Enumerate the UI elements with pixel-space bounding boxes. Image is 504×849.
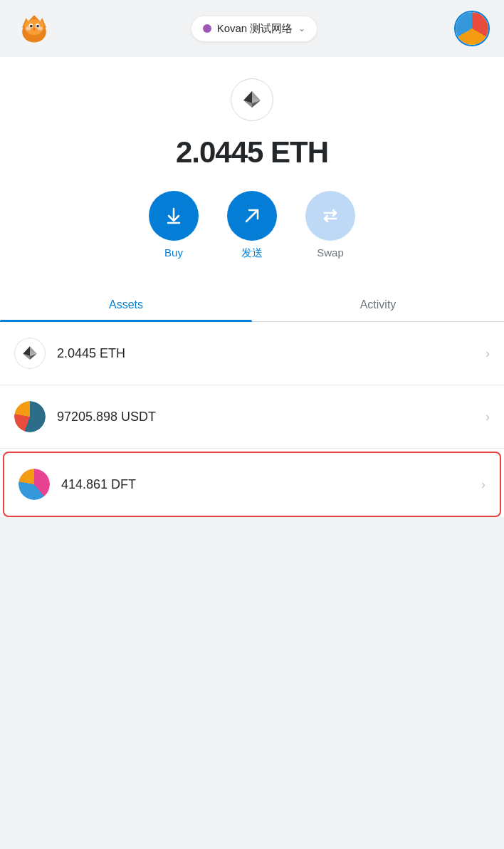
balance-amount: 2.0445 ETH — [176, 135, 328, 169]
header: Kovan 测试网络 ⌄ — [0, 0, 504, 57]
usdt-asset-icon — [14, 401, 46, 432]
eth-chevron-icon: › — [485, 346, 490, 361]
dft-icon-graphic — [19, 469, 50, 500]
eth-logo-circle — [231, 78, 273, 121]
swap-action[interactable]: Swap — [305, 191, 355, 260]
asset-item-dft[interactable]: 414.861 DFT › — [3, 452, 501, 517]
svg-point-9 — [30, 25, 33, 28]
chevron-down-icon: ⌄ — [298, 24, 305, 33]
swap-icon — [320, 206, 340, 226]
send-icon — [242, 206, 262, 226]
eth-asset-icon — [14, 338, 46, 369]
svg-point-12 — [26, 26, 31, 31]
usdt-chevron-icon: › — [485, 410, 490, 424]
download-icon — [164, 206, 184, 226]
send-label: 发送 — [241, 246, 263, 260]
swap-label: Swap — [317, 246, 344, 259]
balance-container: 2.0445 ETH — [0, 128, 504, 184]
asset-item-usdt[interactable]: 97205.898 USDT › — [0, 385, 504, 449]
svg-point-13 — [38, 26, 43, 31]
network-dot — [203, 24, 211, 33]
tab-activity[interactable]: Activity — [252, 288, 504, 321]
send-action[interactable]: 发送 — [227, 191, 277, 260]
avatar[interactable] — [454, 11, 490, 46]
asset-list: 2.0445 ETH › 97205.898 USDT › 414.861 DF… — [0, 322, 504, 517]
swap-button[interactable] — [305, 191, 355, 241]
tab-assets[interactable]: Assets — [0, 288, 252, 321]
send-button[interactable] — [227, 191, 277, 241]
network-label: Kovan 测试网络 — [217, 22, 293, 36]
buy-label: Buy — [164, 246, 183, 259]
usdt-icon-graphic — [14, 401, 46, 432]
tabs-container: Assets Activity — [0, 288, 504, 322]
dft-asset-name: 414.861 DFT — [61, 477, 481, 492]
dft-chevron-icon: › — [481, 477, 485, 492]
dft-asset-icon — [19, 469, 50, 500]
eth-logo-container — [0, 57, 504, 128]
svg-line-21 — [246, 210, 258, 222]
buy-action[interactable]: Buy — [149, 191, 199, 260]
network-selector[interactable]: Kovan 测试网络 ⌄ — [191, 16, 317, 41]
metamask-logo[interactable] — [14, 9, 54, 48]
avatar-image — [456, 12, 488, 45]
eth-logo-icon — [241, 88, 263, 111]
main-content: 2.0445 ETH Buy 发送 — [0, 57, 504, 517]
eth-small-icon — [21, 344, 39, 363]
buy-button[interactable] — [149, 191, 199, 241]
eth-asset-circle — [14, 338, 46, 369]
asset-item-eth[interactable]: 2.0445 ETH › — [0, 322, 504, 385]
eth-asset-name: 2.0445 ETH — [57, 346, 485, 361]
usdt-asset-name: 97205.898 USDT — [57, 410, 485, 424]
actions-container: Buy 发送 Swap — [0, 184, 504, 281]
